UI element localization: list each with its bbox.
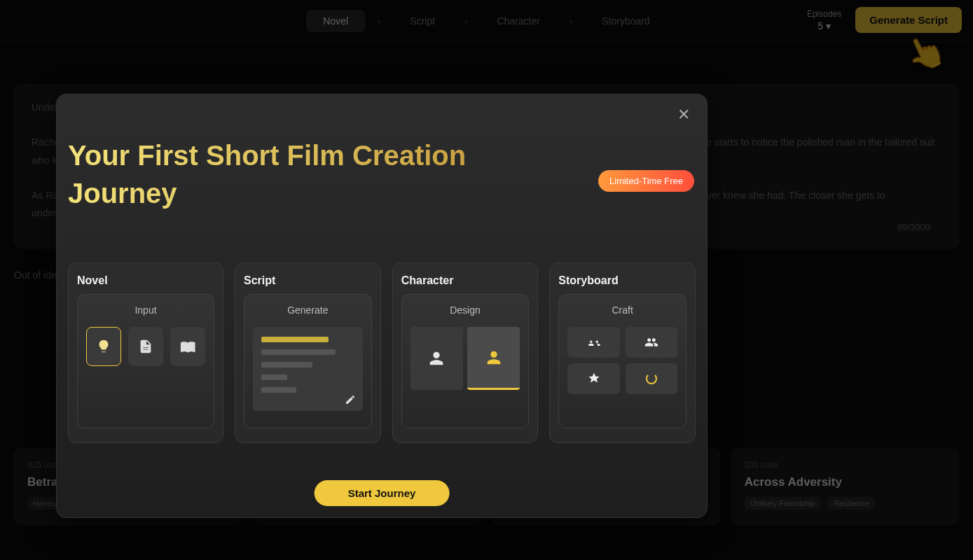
step-storyboard: Storyboard Craft	[549, 262, 696, 443]
card-label: Craft	[612, 304, 633, 316]
avatar-row	[410, 327, 520, 390]
spinner-icon	[646, 373, 657, 384]
step-title: Novel	[77, 274, 214, 287]
book-icon[interactable]	[170, 327, 205, 366]
text-line	[261, 387, 296, 393]
text-line	[261, 374, 287, 380]
craft-tile-icon	[567, 327, 619, 358]
text-line	[261, 349, 336, 355]
card-label: Generate	[287, 304, 328, 316]
step-card-input: Input	[77, 294, 214, 428]
avatar-option[interactable]	[410, 327, 463, 390]
step-title: Character	[401, 274, 530, 287]
craft-tile-grid	[567, 327, 677, 394]
close-button[interactable]: ✕	[677, 107, 690, 122]
lightbulb-icon[interactable]	[86, 327, 121, 366]
step-card-craft: Craft	[558, 294, 686, 428]
modal-title: Your First Short Film Creation Journey	[68, 136, 516, 212]
craft-tile-icon	[567, 363, 619, 394]
step-novel: Novel Input	[68, 262, 223, 443]
input-icon-row	[86, 327, 205, 366]
file-icon[interactable]	[128, 327, 163, 366]
steps-row: Novel Input Script	[68, 262, 696, 443]
limited-time-badge: Limited-Time Free	[598, 170, 694, 192]
text-line	[261, 337, 329, 342]
step-title: Script	[244, 274, 372, 287]
card-label: Input	[134, 304, 156, 316]
avatar-option-selected[interactable]	[467, 327, 520, 390]
onboarding-modal: ✕ Limited-Time Free Your First Short Fil…	[56, 94, 708, 518]
card-label: Design	[450, 304, 481, 316]
generate-preview	[253, 327, 363, 411]
step-character: Character Design	[392, 262, 539, 443]
step-title: Storyboard	[558, 274, 686, 287]
pencil-icon	[345, 394, 356, 405]
step-card-generate: Generate	[244, 294, 372, 428]
text-line	[261, 362, 312, 368]
step-card-design: Design	[401, 294, 530, 428]
craft-tile-icon	[626, 327, 677, 358]
step-script: Script Generate	[235, 262, 381, 443]
craft-tile-loading	[626, 363, 677, 394]
start-journey-button[interactable]: Start Journey	[315, 480, 450, 506]
